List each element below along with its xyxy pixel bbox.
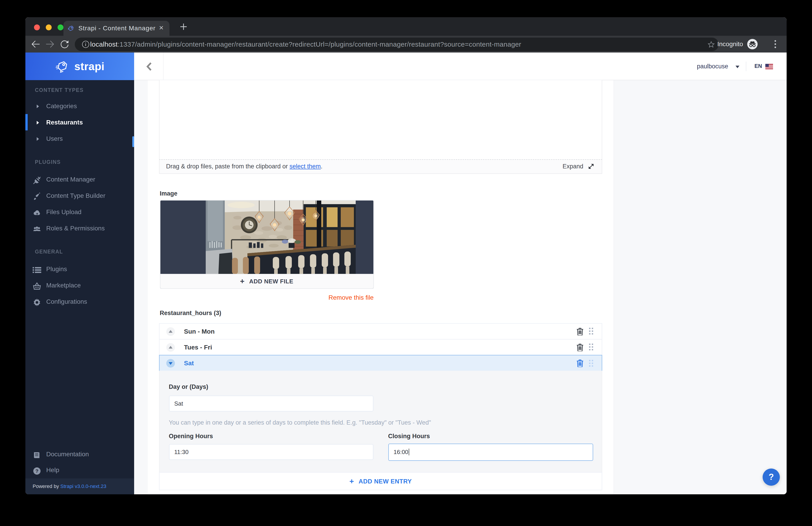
svg-text:?: ?: [35, 468, 38, 474]
